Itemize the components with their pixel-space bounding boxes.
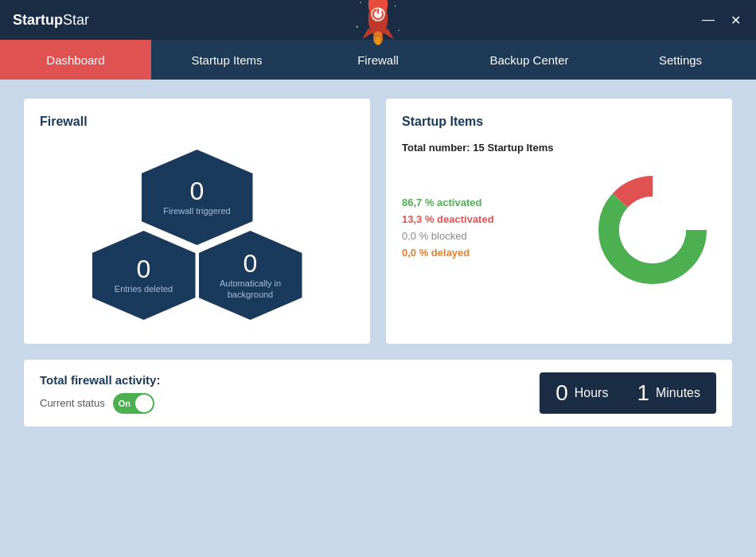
- firewall-card: Firewall 0 Firewall triggered 0 Entries …: [24, 99, 370, 344]
- hex-triggered-number: 0: [190, 178, 205, 204]
- tab-dashboard[interactable]: Dashboard: [0, 40, 151, 80]
- toggle-knob: [135, 395, 153, 412]
- app-logo: StartupStar: [13, 12, 89, 29]
- app-title: StartupStar: [13, 12, 89, 29]
- main-content: Firewall 0 Firewall triggered 0 Entries …: [0, 80, 756, 557]
- hours-label: Hours: [575, 386, 609, 400]
- bottom-bar: Total firewall activity: Current status …: [24, 360, 732, 427]
- window-controls: — ✕: [700, 12, 743, 28]
- cards-row: Firewall 0 Firewall triggered 0 Entries …: [24, 99, 732, 344]
- tab-startup-items[interactable]: Startup Items: [151, 40, 302, 80]
- startup-card-title: Startup Items: [402, 115, 716, 129]
- minimize-button[interactable]: —: [700, 12, 716, 28]
- legend-blocked: 0,0 % blocked: [402, 230, 573, 242]
- close-button[interactable]: ✕: [727, 12, 743, 28]
- status-toggle[interactable]: On: [113, 393, 154, 414]
- startup-card-subtitle: Total number: 15 Startup Items: [402, 142, 716, 154]
- time-display: 0 Hours 1 Minutes: [540, 372, 716, 414]
- startup-card: Startup Items Total number: 15 Startup I…: [386, 99, 732, 344]
- hex-background-number: 0: [244, 251, 258, 276]
- donut-chart: [589, 166, 716, 294]
- bottom-bar-left: Total firewall activity: Current status …: [40, 373, 160, 414]
- svg-point-15: [619, 197, 686, 263]
- toggle-text: On: [119, 399, 131, 408]
- svg-point-0: [360, 2, 361, 3]
- minutes-label: Minutes: [656, 386, 700, 400]
- minutes-value: 1: [637, 380, 649, 406]
- status-row: Current status On: [40, 393, 160, 414]
- svg-point-2: [356, 25, 358, 28]
- firewall-activity-label: Total firewall activity:: [40, 373, 160, 387]
- hex-deleted-label: Entries deleted: [107, 283, 181, 294]
- legend-delayed: 0,0 % delayed: [402, 247, 573, 259]
- svg-point-1: [395, 6, 396, 7]
- rocket-decoration: [350, 0, 406, 51]
- hex-cluster: 0 Firewall triggered 0 Entries deleted 0…: [40, 142, 354, 328]
- status-label: Current status: [40, 397, 105, 409]
- hex-background: 0 Automatically in background: [199, 231, 302, 320]
- hours-value: 0: [555, 380, 568, 406]
- hex-background-label: Automatically in background: [199, 278, 302, 301]
- svg-point-3: [398, 29, 399, 31]
- hex-deleted-number: 0: [137, 256, 151, 282]
- startup-legend: 86,7 % activated 13,3 % deactivated 0,0 …: [402, 197, 573, 263]
- hex-deleted: 0 Entries deleted: [92, 231, 196, 320]
- tab-settings[interactable]: Settings: [605, 40, 756, 80]
- firewall-card-title: Firewall: [40, 115, 354, 129]
- legend-deactivated: 13,3 % deactivated: [402, 213, 573, 225]
- hex-triggered-label: Firewall triggered: [155, 205, 238, 216]
- startup-stats-row: 86,7 % activated 13,3 % deactivated 0,0 …: [402, 166, 716, 294]
- title-bar: StartupStar — ✕: [0, 0, 756, 40]
- legend-activated: 86,7 % activated: [402, 197, 573, 208]
- svg-point-12: [376, 37, 381, 45]
- tab-backup-center[interactable]: Backup Center: [454, 40, 605, 80]
- rocket-icon: [350, 0, 406, 48]
